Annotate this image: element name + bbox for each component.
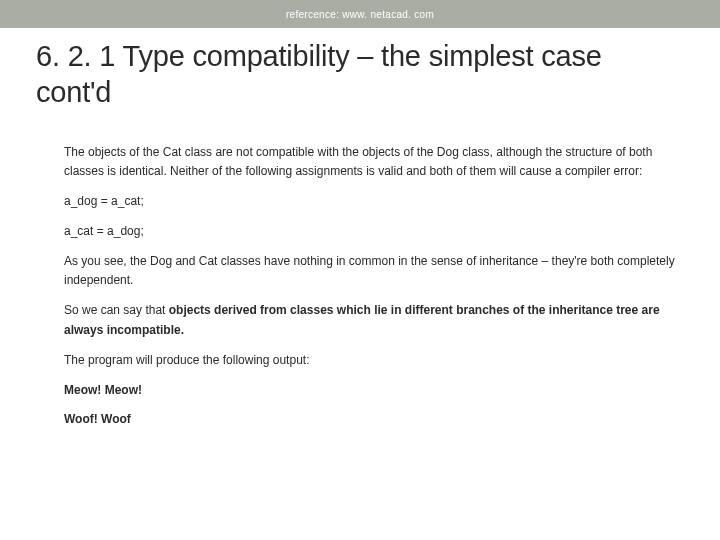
reference-text: refercence: www. netacad. com (286, 9, 434, 20)
code-line-2: a_cat = a_dog; (64, 222, 684, 242)
output-line-2: Woof! Woof (64, 410, 684, 430)
paragraph-independent: As you see, the Dog and Cat classes have… (64, 252, 684, 292)
output-line-1: Meow! Meow! (64, 381, 684, 401)
paragraph-conclusion: So we can say that objects derived from … (64, 301, 684, 341)
body-text: The objects of the Cat class are not com… (36, 143, 684, 431)
header-bar: refercence: www. netacad. com (0, 0, 720, 28)
conclusion-prefix: So we can say that (64, 303, 169, 317)
slide-title: 6. 2. 1 Type compatibility – the simples… (36, 38, 684, 111)
content-area: 6. 2. 1 Type compatibility – the simples… (0, 28, 720, 430)
code-line-1: a_dog = a_cat; (64, 192, 684, 212)
paragraph-intro: The objects of the Cat class are not com… (64, 143, 684, 183)
paragraph-output-intro: The program will produce the following o… (64, 351, 684, 371)
